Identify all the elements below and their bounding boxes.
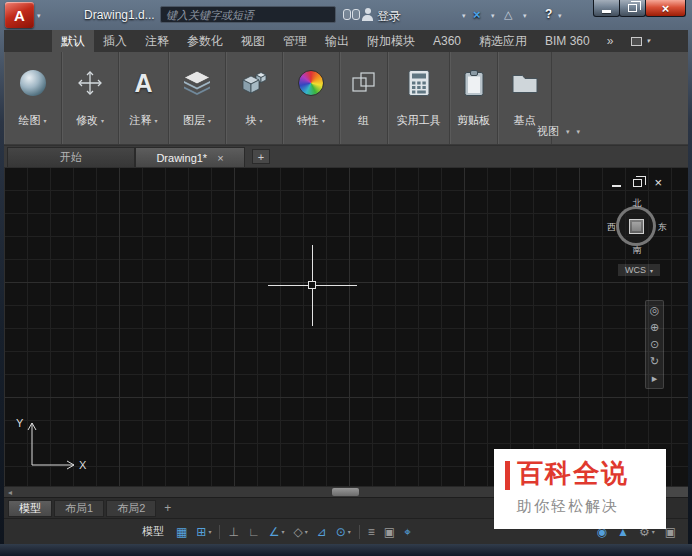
tab-addins[interactable]: 附加模块 [358,30,424,52]
panel-layers-label[interactable]: 图层 [183,113,205,128]
drawing-close-icon[interactable]: × [654,176,662,189]
file-tab-close-icon[interactable]: × [217,152,223,164]
ribbon-minimize-button[interactable]: ▾ [621,30,660,52]
selection-cycling-icon[interactable]: ▣ [380,524,399,540]
scroll-left-icon[interactable]: ◂ [4,487,16,497]
panel-utilities[interactable]: 实用工具 [388,52,450,144]
panel-utilities-label[interactable]: 实用工具 [397,113,441,128]
zoom-icon[interactable]: ⊙ [650,339,659,350]
modify-move-icon[interactable] [75,69,105,97]
exchange-apps-icon[interactable]: × [473,7,481,22]
panel-draw[interactable]: 绘图▾ [4,52,62,144]
compass-north-label[interactable]: 北 [633,197,642,210]
panel-properties-label[interactable]: 特性 [297,113,319,128]
clipboard-icon[interactable] [462,69,486,97]
annotate-text-icon[interactable]: A [134,69,152,98]
scrollbar-thumb[interactable] [332,488,359,496]
panel-basepoint-label[interactable]: 基点 [514,113,536,128]
wcs-menu[interactable]: WCS ▾ [618,264,660,276]
grid-icon[interactable]: ▦ [172,524,191,540]
panel-clipboard[interactable]: 剪贴板 [450,52,498,144]
lineweight-icon[interactable]: ≡ [364,524,379,540]
layers-icon[interactable] [182,69,212,97]
layout-tab-layout2[interactable]: 布局2 [106,500,156,517]
minimize-button[interactable] [593,0,620,17]
view-panel-caret-icon[interactable]: ▾ [566,128,570,136]
tab-insert[interactable]: 插入 [94,30,136,52]
ribbon-overflow-button[interactable]: » [599,30,622,52]
tab-parametric[interactable]: 参数化 [178,30,232,52]
layout-tab-layout1[interactable]: 布局1 [54,500,104,517]
application-menu-caret-icon[interactable]: ▾ [37,12,41,20]
application-menu-button[interactable]: A [5,2,34,28]
close-button[interactable]: × [645,0,686,17]
model-space-button[interactable]: 模型 [142,524,164,539]
infer-constraints-icon[interactable]: ⊥ [224,524,242,540]
signin-button[interactable]: 登录 [377,8,401,25]
new-drawing-button[interactable]: + [252,149,270,164]
help-caret-icon[interactable]: ▾ [558,12,562,20]
calculator-icon[interactable] [407,69,431,97]
isodraft-icon[interactable]: ◇▾ [289,524,311,540]
block-cubes-icon[interactable] [239,69,269,97]
drawing-minimize-icon[interactable] [612,185,621,187]
panel-modify[interactable]: 修改▾ [62,52,119,144]
panel-block[interactable]: 块▾ [226,52,283,144]
drawing-restore-icon[interactable] [633,179,642,187]
polar-tracking-icon[interactable]: ∠▾ [265,524,289,540]
panel-annotate[interactable]: A 注释▾ [119,52,169,144]
panel-block-label[interactable]: 块 [245,113,256,128]
object-snap-tracking-icon[interactable]: ⊿ [313,524,331,540]
tab-manage[interactable]: 管理 [274,30,316,52]
view-panel-expand-icon[interactable]: ▾ [576,128,580,136]
signin-caret-icon[interactable]: ▾ [462,12,466,20]
orbit-icon[interactable]: ↻ [650,356,659,367]
compass-south-label[interactable]: 南 [633,244,642,257]
viewcube-top-face[interactable] [629,219,644,234]
tab-output[interactable]: 输出 [316,30,358,52]
tab-home[interactable]: 默认 [52,30,94,52]
object-snap-icon[interactable]: ⊙▾ [332,524,355,540]
tab-featured-apps[interactable]: 精选应用 [470,30,536,52]
draw-circle-icon[interactable] [20,70,46,96]
snap-mode-icon[interactable]: ⊞▾ [192,524,215,540]
panel-view-label[interactable]: 视图 [537,124,559,139]
help-button[interactable]: ? [545,7,552,21]
color-wheel-icon[interactable] [298,70,324,96]
dynamic-input-icon[interactable]: ⌖ [400,524,415,540]
pan-icon[interactable]: ⊕ [650,322,659,333]
panel-view-collapsed[interactable]: 视图 ▾ ▾ [537,124,580,139]
basepoint-folder-icon[interactable] [511,71,539,95]
panel-modify-label[interactable]: 修改 [76,113,98,128]
panel-group[interactable]: 组 [340,52,388,144]
compass-east-label[interactable]: 东 [658,221,667,234]
panel-group-label[interactable]: 组 [358,113,369,128]
a360-icon[interactable]: △ [504,8,512,21]
panel-clipboard-label[interactable]: 剪贴板 [457,113,490,128]
tab-annotate[interactable]: 注释 [136,30,178,52]
exchange-caret-icon[interactable]: ▾ [491,12,495,20]
panel-layers[interactable]: 图层▾ [169,52,226,144]
file-tab-start[interactable]: 开始 [7,147,135,167]
search-binoculars-icon[interactable] [343,9,360,20]
compass-west-label[interactable]: 西 [607,221,616,234]
layout-tab-model[interactable]: 模型 [8,500,52,517]
group-objects-icon[interactable] [350,70,378,96]
navigation-wheel-icon[interactable]: ◎ [650,305,660,316]
file-tab-drawing1[interactable]: Drawing1* × [135,147,245,167]
tab-view[interactable]: 视图 [232,30,274,52]
ortho-mode-icon[interactable]: ∟ [244,524,264,540]
panel-properties[interactable]: 特性▾ [283,52,340,144]
search-input[interactable] [160,6,336,23]
a360-caret-icon[interactable]: ▾ [523,12,527,20]
showmotion-icon[interactable]: ▸ [652,373,658,384]
panel-draw-label[interactable]: 绘图 [18,113,40,128]
drawing-canvas[interactable]: × 北 南 西 东 WCS ▾ ◎ ⊕ ⊙ ↻ ▸ [4,167,688,497]
tab-a360[interactable]: A360 [424,30,470,52]
ribbon-tab-bar: 默认 插入 注释 参数化 视图 管理 输出 附加模块 A360 精选应用 BIM… [4,30,688,52]
new-layout-button[interactable]: + [164,501,171,515]
panel-annotate-label[interactable]: 注释 [129,113,151,128]
restore-button[interactable] [619,0,646,17]
tab-bim360[interactable]: BIM 360 [536,30,599,52]
viewcube-compass[interactable]: 北 南 西 东 [608,198,666,256]
